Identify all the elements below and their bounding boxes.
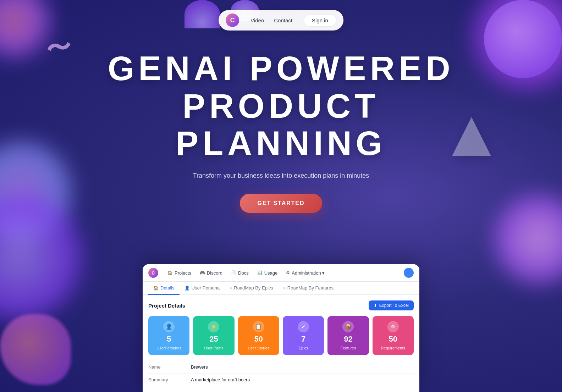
- app-screenshot: C 🏠 Projects 🎮 Discord 📄 Docs 📊 Usage ⚙ …: [143, 264, 419, 392]
- pains-icon: ⚡: [208, 321, 219, 332]
- orb-right-top: [484, 0, 562, 78]
- blob-5: [495, 195, 562, 284]
- app-logo: C: [148, 268, 158, 278]
- pains-number: 25: [209, 335, 218, 344]
- navbar: C Video Contact Sign in: [219, 10, 343, 31]
- app-nav-items: 🏠 Projects 🎮 Discord 📄 Docs 📊 Usage ⚙ Ad…: [164, 269, 398, 277]
- signin-button[interactable]: Sign in: [304, 14, 336, 27]
- stat-card-pains: ⚡ 25 User Pains: [193, 316, 234, 355]
- nav-logo: C: [226, 13, 239, 27]
- app-tabs: 🏠 Details 👤 User Persona ≡ RoadMap By Ep…: [143, 282, 419, 295]
- orb-left: [0, 314, 71, 385]
- summary-label: Summary: [148, 377, 191, 382]
- requirements-icon: ⚙: [387, 321, 399, 332]
- personas-label: UserPersonas: [156, 346, 181, 350]
- hero-content: GENAI POWERED PRODUCT PLANNING Transform…: [68, 50, 494, 213]
- app-nav-usage[interactable]: 📊 Usage: [254, 269, 281, 277]
- requirements-number: 50: [389, 335, 397, 344]
- app-content: Project Details ⬇ Export To Excel 👤 5 Us…: [143, 295, 419, 392]
- project-details-title: Project Details: [148, 303, 185, 309]
- tab-epics-icon: ≡: [230, 286, 232, 291]
- docs-icon: 📄: [231, 270, 236, 275]
- name-label: Name: [148, 364, 191, 370]
- stories-number: 50: [254, 335, 263, 344]
- stories-label: User Stories: [248, 346, 270, 350]
- nav-link-contact[interactable]: Contact: [274, 17, 292, 23]
- export-icon: ⬇: [374, 303, 377, 308]
- admin-icon: ⚙: [286, 270, 290, 275]
- stat-card-stories: 📋 50 User Stories: [238, 316, 279, 355]
- requirements-label: Requirements: [381, 346, 405, 350]
- hero-subtitle: Transform your business ideas into execu…: [68, 172, 494, 180]
- usage-icon: 📊: [257, 270, 263, 275]
- summary-value: A marketplace for craft beers: [191, 377, 250, 382]
- app-nav-docs[interactable]: 📄 Docs: [227, 269, 252, 277]
- personas-icon: 👤: [163, 321, 175, 332]
- discord-icon: 🎮: [200, 270, 205, 275]
- pains-label: User Pains: [204, 346, 224, 350]
- hero-title: GENAI POWERED PRODUCT PLANNING: [68, 50, 494, 162]
- nav-link-video[interactable]: Video: [250, 17, 264, 23]
- name-value: Brewers: [191, 364, 208, 370]
- blob-1: [0, 0, 50, 57]
- export-excel-button[interactable]: ⬇ Export To Excel: [369, 300, 414, 310]
- blob-3: [0, 195, 82, 319]
- home-icon: 🏠: [167, 270, 173, 275]
- user-avatar[interactable]: [404, 268, 414, 278]
- tab-persona-icon: 👤: [184, 286, 190, 291]
- tab-roadmap-features[interactable]: ≡ RoadMap By Features: [278, 282, 338, 295]
- nav-links: Video Contact: [250, 17, 292, 23]
- detail-row-name: Name Brewers: [148, 361, 414, 374]
- epics-icon: ✓: [298, 321, 309, 332]
- tab-roadmap-epics[interactable]: ≡ RoadMap By Epics: [225, 282, 278, 295]
- app-nav: C 🏠 Projects 🎮 Discord 📄 Docs 📊 Usage ⚙ …: [143, 264, 419, 282]
- stories-icon: 📋: [253, 321, 264, 332]
- tab-user-persona[interactable]: 👤 User Persona: [180, 282, 225, 295]
- epics-label: Epics: [299, 346, 308, 350]
- personas-number: 5: [167, 335, 171, 344]
- tab-features-icon: ≡: [283, 286, 286, 291]
- stat-card-epics: ✓ 7 Epics: [283, 316, 324, 355]
- stat-card-features: 📦 92 Features: [327, 316, 369, 355]
- epics-number: 7: [301, 335, 305, 344]
- tab-details[interactable]: 🏠 Details: [148, 282, 180, 295]
- stats-row: 👤 5 UserPersonas ⚡ 25 User Pains 📋 50 Us…: [148, 316, 414, 355]
- detail-row-summary: Summary A marketplace for craft beers: [148, 374, 414, 386]
- features-label: Features: [341, 346, 356, 350]
- features-number: 92: [344, 335, 352, 344]
- stat-card-personas: 👤 5 UserPersonas: [148, 316, 189, 355]
- app-nav-admin[interactable]: ⚙ Administration ▾: [282, 269, 328, 277]
- stat-card-requirements: ⚙ 50 Requirements: [373, 316, 414, 355]
- app-nav-discord[interactable]: 🎮 Discord: [196, 269, 226, 277]
- get-started-button[interactable]: GET STARTED: [240, 194, 323, 213]
- tab-details-icon: 🏠: [153, 286, 159, 291]
- features-icon: 📦: [342, 321, 354, 332]
- app-nav-projects[interactable]: 🏠 Projects: [164, 269, 195, 277]
- project-header: Project Details ⬇ Export To Excel: [148, 300, 414, 310]
- top-shape-left: [184, 0, 220, 28]
